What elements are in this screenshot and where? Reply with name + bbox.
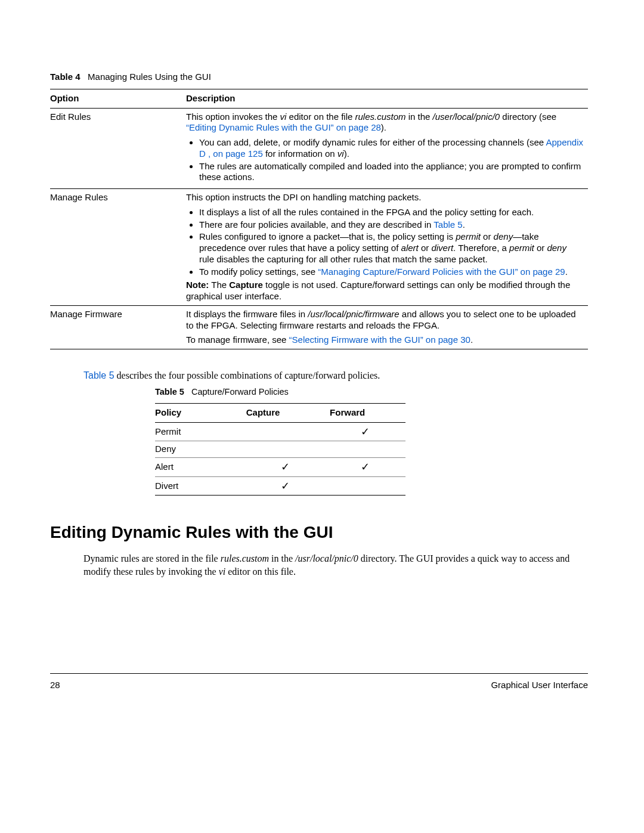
table5-caption-title: Capture/Forward Policies [191,387,289,397]
option-manage-firmware: Manage Firmware [50,305,186,349]
table-row: Manage Rules This option instructs the D… [50,189,588,306]
table-row: Alert ✓ ✓ [155,458,405,477]
body-paragraph: Dynamic rules are stored in the file rul… [83,552,588,578]
list-item: There are four policies available, and t… [199,219,583,231]
table5-head-capture: Capture [246,404,330,423]
text: . [565,267,568,277]
text-italic: vi [219,566,226,577]
list-item: You can add, delete, or modify dynamic r… [199,137,583,160]
text: or [481,231,494,241]
link-table5-inline[interactable]: Table 5 [83,370,114,380]
table5-caption: Table 5 Capture/Forward Policies [155,386,405,397]
table-row: Deny [155,441,405,458]
edit-rules-bullets: You can add, delete, or modify dynamic r… [186,137,583,183]
text: describes the four possible combinations… [114,370,380,380]
list-item: The rules are automatically compiled and… [199,161,583,184]
text-italic: vi [280,112,287,122]
table4-head-option: Option [50,89,186,108]
page: Table 4 Managing Rules Using the GUI Opt… [0,0,644,727]
table5-wrap: Table 5 Capture/Forward Policies Policy … [155,386,405,496]
text: . Therefore, a [453,243,509,253]
text: rule disables the capturing for all othe… [199,254,488,264]
text-italic: /usr/local/pnic/firmware [308,309,399,319]
text: editor on this file. [225,566,296,577]
text: . [470,335,473,345]
link-managing-capture-forward[interactable]: “Managing Capture/Forward Policies with … [318,267,565,277]
note-capture: Capture [229,280,263,290]
text: You can add, delete, or modify dynamic r… [199,137,546,147]
forward-cell: ✓ [330,458,405,477]
table4-caption-label: Table 4 [50,72,80,82]
table5: Policy Capture Forward Permit ✓ Deny Al [155,403,405,496]
table4: Option Description Edit Rules This optio… [50,89,588,349]
text-italic: permit [456,231,481,241]
list-item: To modify policy settings, see “Managing… [199,267,583,278]
description-edit-rules: This option invokes the vi editor on the… [186,108,588,189]
text: To manage firmware, see [186,335,289,345]
description-manage-rules: This option instructs the DPI on handlin… [186,189,588,306]
footer-section: Graphical User Interface [491,680,588,691]
table4-head-description: Description [186,89,588,108]
text-italic: alert [401,243,419,253]
table5-head-policy: Policy [155,404,246,423]
text: in the [406,112,433,122]
text: It displays the firmware files in /usr/l… [186,309,583,332]
option-edit-rules: Edit Rules [50,108,186,189]
forward-cell: ✓ [330,422,405,441]
table-row: Divert ✓ [155,476,405,496]
policy-cell: Divert [155,476,246,496]
text-italic: permit [509,243,534,253]
text: Rules configured to ignore a packet—that… [199,231,456,241]
table4-caption-title: Managing Rules Using the GUI [88,72,211,82]
table-row: Manage Firmware It displays the firmware… [50,305,588,349]
table4-caption: Table 4 Managing Rules Using the GUI [50,72,588,83]
text: To manage firmware, see “Selecting Firmw… [186,335,583,346]
text: This option instructs the DPI on handlin… [186,192,421,202]
text: ). [344,148,349,159]
manage-rules-bullets: It displays a list of all the rules cont… [186,207,583,278]
text-italic: deny [547,243,566,253]
text: editor on the file [286,112,355,122]
table5-head-forward: Forward [330,404,405,423]
forward-cell [330,441,405,458]
table5-intro-text: Table 5 describes the four possible comb… [83,370,588,382]
manage-rules-note: Note: The Capture toggle is not used. Ca… [186,280,583,302]
text: Dynamic rules are stored in the file [83,553,221,563]
note-label: Note: [186,280,209,290]
capture-cell: ✓ [246,476,330,496]
text: directory (see [500,112,556,122]
page-number: 28 [50,680,60,691]
policy-cell: Alert [155,458,246,477]
description-manage-firmware: It displays the firmware files in /usr/l… [186,305,588,349]
link-table5[interactable]: Table 5 [434,219,462,230]
text: It displays the firmware files in [186,309,308,319]
text: This option invokes the [186,112,280,122]
text-italic: /usr/local/pnic/0 [295,553,358,563]
list-item: It displays a list of all the rules cont… [199,207,583,218]
text: or [534,243,547,253]
table5-caption-label: Table 5 [155,387,184,397]
forward-cell [330,476,405,496]
text: or [419,243,432,253]
text-italic: rules.custom [221,553,269,563]
list-item: Rules configured to ignore a packet—that… [199,231,583,265]
link-selecting-firmware[interactable]: “Selecting Firmware with the GUI” on pag… [289,335,470,345]
text: There are four policies available, and t… [199,219,434,230]
text: ). [381,122,386,132]
text-italic: rules.custom [355,112,406,122]
text-italic: /user/local/pnic/0 [433,112,500,122]
link-editing-dynamic-rules[interactable]: “Editing Dynamic Rules with the GUI” on … [186,122,381,132]
capture-cell: ✓ [246,458,330,477]
capture-cell [246,441,330,458]
policy-cell: Deny [155,441,246,458]
section-heading: Editing Dynamic Rules with the GUI [50,522,588,543]
text: To modify policy settings, see [199,267,318,277]
text: in the [269,553,295,563]
table-row: Permit ✓ [155,422,405,441]
text-italic: deny [494,231,513,241]
capture-cell [246,422,330,441]
text-italic: vi [338,148,344,159]
policy-cell: Permit [155,422,246,441]
text: for information on [263,148,338,159]
table-row: Edit Rules This option invokes the vi ed… [50,108,588,189]
